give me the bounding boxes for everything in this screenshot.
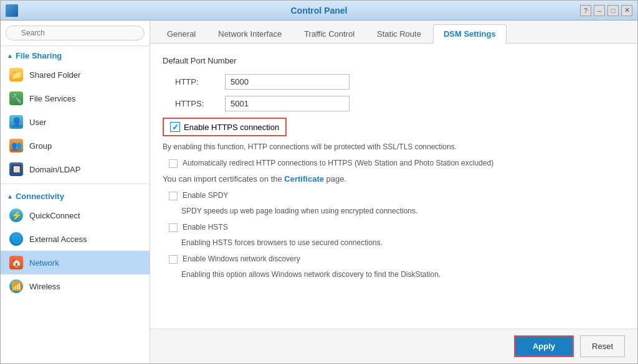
connectivity-header[interactable]: ▲ Connectivity [1, 187, 150, 203]
reset-button[interactable]: Reset [580, 335, 625, 357]
https-row: HTTPS: [175, 96, 625, 111]
sidebar-item-domain-ldap[interactable]: 🔲 Domain/LDAP [1, 157, 150, 181]
maximize-button[interactable]: □ [607, 5, 619, 16]
sidebar-item-file-services[interactable]: 🔧 File Services [1, 86, 150, 110]
file-sharing-header[interactable]: ▲ File Sharing [1, 46, 150, 63]
spdy-checkbox[interactable] [169, 192, 178, 200]
cert-text: You can import certificates on the Certi… [163, 174, 625, 184]
quickconnect-icon: ⚡ [9, 208, 23, 222]
wireless-label: Wireless [29, 282, 60, 291]
spdy-section: Enable SPDY SPDY speeds up web page load… [163, 191, 625, 215]
section-title: Default Port Number [163, 56, 625, 65]
hsts-description: Enabling HSTS forces browsers to use sec… [181, 238, 625, 247]
footer: Apply Reset [150, 329, 637, 363]
spdy-row: Enable SPDY [169, 191, 625, 200]
domain-label: Domain/LDAP [29, 165, 80, 174]
hsts-section: Enable HSTS Enabling HSTS forces browser… [163, 223, 625, 247]
minimize-button[interactable]: – [594, 5, 605, 16]
close-button[interactable]: ✕ [621, 5, 632, 16]
hsts-row: Enable HSTS [169, 223, 625, 232]
windows-discovery-section: Enable Windows network discovery Enablin… [163, 254, 625, 279]
spdy-label: Enable SPDY [183, 191, 228, 200]
file-services-label: File Services [29, 94, 75, 103]
redirect-label: Automatically redirect HTTP connections … [183, 159, 493, 167]
group-icon: 👥 [9, 139, 23, 152]
user-icon: 👤 [9, 115, 23, 129]
search-input[interactable] [6, 26, 145, 40]
connectivity-label: Connectivity [16, 192, 64, 201]
tab-static-route[interactable]: Static Route [366, 24, 432, 43]
sidebar-search-area [1, 21, 150, 46]
wireless-icon: 📶 [9, 279, 23, 293]
windows-discovery-row: Enable Windows network discovery [169, 254, 625, 264]
checkmark-icon: ✓ [172, 123, 179, 132]
sidebar-item-shared-folder[interactable]: 📁 Shared Folder [1, 63, 150, 86]
tab-traffic-control[interactable]: Traffic Control [293, 24, 365, 43]
content-area: General Network Interface Traffic Contro… [150, 21, 637, 363]
sidebar-item-quickconnect[interactable]: ⚡ QuickConnect [1, 203, 150, 227]
file-sharing-arrow: ▲ [7, 52, 13, 59]
http-label: HTTP: [175, 77, 225, 86]
enable-https-highlighted: ✓ Enable HTTPS connection [163, 118, 287, 136]
external-access-icon: 🌐 [9, 232, 23, 246]
window-title: Control Panel [290, 6, 347, 16]
quickconnect-label: QuickConnect [29, 211, 80, 220]
windows-discovery-label: Enable Windows network discovery [183, 254, 300, 263]
shared-folder-icon: 📁 [9, 68, 23, 82]
enable-https-label: Enable HTTPS connection [184, 123, 279, 132]
domain-icon: 🔲 [9, 162, 23, 176]
tab-dsm-settings[interactable]: DSM Settings [433, 24, 507, 44]
external-access-label: External Access [29, 235, 87, 244]
sidebar-item-user[interactable]: 👤 User [1, 110, 150, 134]
tab-network-interface[interactable]: Network Interface [207, 24, 292, 43]
shared-folder-label: Shared Folder [29, 70, 80, 80]
https-label: HTTPS: [175, 99, 225, 108]
sidebar-divider [1, 184, 150, 184]
network-icon: 🏠 [9, 256, 23, 269]
title-bar: Control Panel ? – □ ✕ [1, 1, 637, 21]
sidebar-item-wireless[interactable]: 📶 Wireless [1, 274, 150, 298]
app-icon [6, 4, 18, 17]
panel-content: Default Port Number HTTP: HTTPS: ✓ [150, 44, 637, 329]
http-input[interactable] [225, 74, 350, 90]
file-services-icon: 🔧 [9, 91, 23, 105]
cert-text-before: You can import certificates on the [163, 174, 284, 184]
connectivity-arrow: ▲ [7, 193, 13, 200]
sidebar-item-group[interactable]: 👥 Group [1, 134, 150, 157]
redirect-checkbox[interactable] [169, 159, 178, 168]
enable-https-checkbox[interactable]: ✓ [170, 122, 180, 132]
sidebar-item-external-access[interactable]: 🌐 External Access [1, 227, 150, 251]
sidebar: ▲ File Sharing 📁 Shared Folder 🔧 File Se… [1, 21, 150, 363]
https-input[interactable] [225, 96, 350, 111]
tab-general[interactable]: General [156, 24, 206, 43]
cert-text-after: page. [324, 174, 346, 184]
window: Control Panel ? – □ ✕ ▲ File Sharing 📁 [0, 0, 638, 364]
windows-discovery-checkbox[interactable] [169, 255, 178, 264]
group-label: Group [29, 141, 52, 151]
hsts-checkbox[interactable] [169, 223, 178, 232]
windows-discovery-description: Enabling this option allows Windows netw… [181, 270, 625, 279]
redirect-row: Automatically redirect HTTP connections … [169, 159, 625, 168]
https-description: By enabling this function, HTTP connecti… [163, 142, 625, 151]
main-content: ▲ File Sharing 📁 Shared Folder 🔧 File Se… [1, 21, 637, 363]
enable-https-row: ✓ Enable HTTPS connection [163, 118, 625, 136]
question-button[interactable]: ? [580, 5, 591, 16]
hsts-label: Enable HSTS [183, 223, 228, 231]
apply-button[interactable]: Apply [514, 335, 574, 357]
tab-bar: General Network Interface Traffic Contro… [150, 21, 637, 44]
search-wrap [6, 26, 145, 40]
spdy-description: SPDY speeds up web page loading when usi… [181, 207, 625, 215]
http-row: HTTP: [175, 74, 625, 90]
network-label: Network [29, 258, 59, 268]
file-sharing-label: File Sharing [16, 51, 62, 60]
window-controls: ? – □ ✕ [580, 5, 632, 16]
sidebar-item-network[interactable]: 🏠 Network [1, 251, 150, 274]
user-label: User [29, 118, 46, 127]
certificate-link[interactable]: Certificate [284, 174, 324, 184]
